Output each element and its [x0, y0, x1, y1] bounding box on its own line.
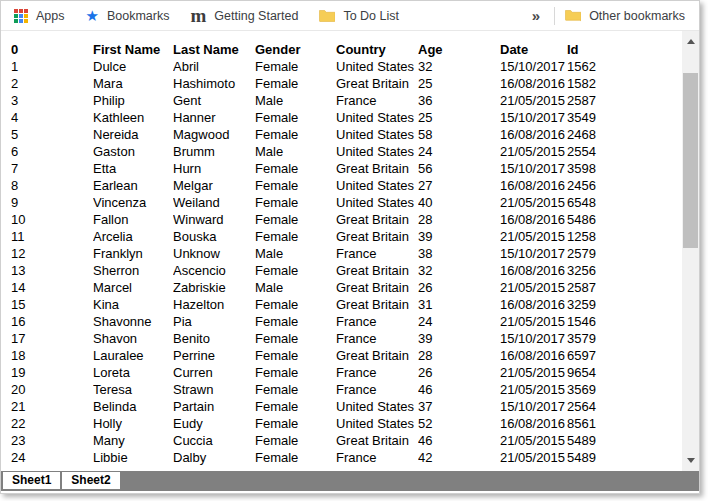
scroll-down-icon: [687, 458, 695, 463]
table-row: 7EttaHurnFemaleGreat Britain5615/10/2017…: [11, 160, 648, 177]
cell-country: France: [336, 330, 418, 347]
table-row: 3PhilipGentMaleFrance3621/05/20152587: [11, 92, 648, 109]
cell-row-number: 14: [11, 279, 93, 296]
bookmarks-bar-right: » Other bookmarks: [528, 7, 687, 25]
other-bookmarks-label: Other bookmarks: [589, 9, 685, 23]
cell-country: France: [336, 245, 418, 262]
cell-row-number: 23: [11, 432, 93, 449]
cell-row-number: 1: [11, 58, 93, 75]
cell-date: 15/10/2017: [500, 160, 567, 177]
cell-country: Great Britain: [336, 211, 418, 228]
scroll-up-icon: [687, 39, 695, 44]
scroll-down-button[interactable]: [682, 452, 699, 469]
cell-row-number: 6: [11, 143, 93, 160]
cell-last-name: Hanner: [173, 109, 255, 126]
cell-age: 46: [418, 432, 500, 449]
cell-id: 5489: [567, 432, 648, 449]
cell-gender: Female: [255, 160, 336, 177]
cell-first-name: Teresa: [93, 381, 173, 398]
cell-age: 42: [418, 449, 500, 466]
overflow-chevron-icon[interactable]: »: [528, 7, 544, 24]
cell-last-name: Hazelton: [173, 296, 255, 313]
cell-row-number: 18: [11, 347, 93, 364]
data-table: 0First NameLast NameGenderCountryAgeDate…: [11, 41, 648, 466]
cell-date: 21/05/2015: [500, 449, 567, 466]
cell-first-name: Franklyn: [93, 245, 173, 262]
vertical-scrollbar[interactable]: [682, 31, 699, 471]
cell-last-name: Perrine: [173, 347, 255, 364]
cell-date: 15/10/2017: [500, 398, 567, 415]
bookmark-item-apps[interactable]: Apps: [14, 9, 65, 23]
table-row: 22HollyEudyFemaleUnited States5216/08/20…: [11, 415, 648, 432]
other-bookmarks-button[interactable]: Other bookmarks: [565, 9, 685, 23]
cell-last-name: Magwood: [173, 126, 255, 143]
cell-row-number: 10: [11, 211, 93, 228]
cell-age: 24: [418, 313, 500, 330]
cell-country: France: [336, 381, 418, 398]
cell-gender: Female: [255, 126, 336, 143]
scroll-up-button[interactable]: [682, 33, 699, 50]
cell-id: 3256: [567, 262, 648, 279]
apps-grid-square: [19, 19, 23, 23]
cell-age: 28: [418, 347, 500, 364]
table-row: 20TeresaStrawnFemaleFrance4621/05/201535…: [11, 381, 648, 398]
cell-last-name: Curren: [173, 364, 255, 381]
cell-age: 26: [418, 364, 500, 381]
cell-first-name: Philip: [93, 92, 173, 109]
cell-age: 37: [418, 398, 500, 415]
table-row: 23ManyCucciaFemaleGreat Britain4621/05/2…: [11, 432, 648, 449]
cell-gender: Female: [255, 177, 336, 194]
cell-id: 6597: [567, 347, 648, 364]
cell-gender: Female: [255, 398, 336, 415]
bookmark-item-bookmarks[interactable]: ★ Bookmarks: [86, 9, 170, 23]
cell-id: 2456: [567, 177, 648, 194]
cell-id: 2554: [567, 143, 648, 160]
cell-country: United States: [336, 177, 418, 194]
bookmark-item-to-do-list[interactable]: To Do List: [319, 9, 399, 23]
cell-last-name: Strawn: [173, 381, 255, 398]
cell-gender: Female: [255, 194, 336, 211]
cell-country: Great Britain: [336, 279, 418, 296]
cell-last-name: Brumm: [173, 143, 255, 160]
cell-country: France: [336, 449, 418, 466]
cell-last-name: Winward: [173, 211, 255, 228]
cell-row-number: 20: [11, 381, 93, 398]
cell-first-name: Many: [93, 432, 173, 449]
cell-last-name: Pia: [173, 313, 255, 330]
cell-first-name: Shavonne: [93, 313, 173, 330]
bookmark-item-getting-started[interactable]: m Getting Started: [190, 9, 298, 23]
header-country: Country: [336, 41, 418, 58]
cell-row-number: 17: [11, 330, 93, 347]
cell-gender: Female: [255, 228, 336, 245]
table-row: 4KathleenHannerFemaleUnited States2515/1…: [11, 109, 648, 126]
cell-country: Great Britain: [336, 160, 418, 177]
cell-gender: Female: [255, 347, 336, 364]
cell-id: 5489: [567, 449, 648, 466]
cell-id: 2579: [567, 245, 648, 262]
table-row: 15KinaHazeltonFemaleGreat Britain3116/08…: [11, 296, 648, 313]
cell-gender: Female: [255, 296, 336, 313]
cell-last-name: Unknow: [173, 245, 255, 262]
cell-row-number: 8: [11, 177, 93, 194]
header-row-number: 0: [11, 41, 93, 58]
table-row: 18LauraleePerrineFemaleGreat Britain2816…: [11, 347, 648, 364]
header-age: Age: [418, 41, 500, 58]
cell-country: United States: [336, 398, 418, 415]
cell-date: 15/10/2017: [500, 58, 567, 75]
apps-grid-square: [24, 9, 28, 13]
sheet-tab-sheet1[interactable]: Sheet1: [3, 472, 60, 489]
cell-age: 32: [418, 262, 500, 279]
cell-country: Great Britain: [336, 228, 418, 245]
scroll-thumb[interactable]: [683, 73, 698, 248]
cell-first-name: Arcelia: [93, 228, 173, 245]
cell-age: 27: [418, 177, 500, 194]
cell-country: Great Britain: [336, 296, 418, 313]
table-row: 11ArceliaBouskaFemaleGreat Britain3921/0…: [11, 228, 648, 245]
cell-last-name: Cuccia: [173, 432, 255, 449]
cell-first-name: Lauralee: [93, 347, 173, 364]
cell-id: 2468: [567, 126, 648, 143]
sheet-tab-sheet2[interactable]: Sheet2: [62, 472, 119, 489]
bookmark-label-apps: Apps: [36, 9, 65, 23]
cell-date: 16/08/2016: [500, 211, 567, 228]
cell-row-number: 12: [11, 245, 93, 262]
